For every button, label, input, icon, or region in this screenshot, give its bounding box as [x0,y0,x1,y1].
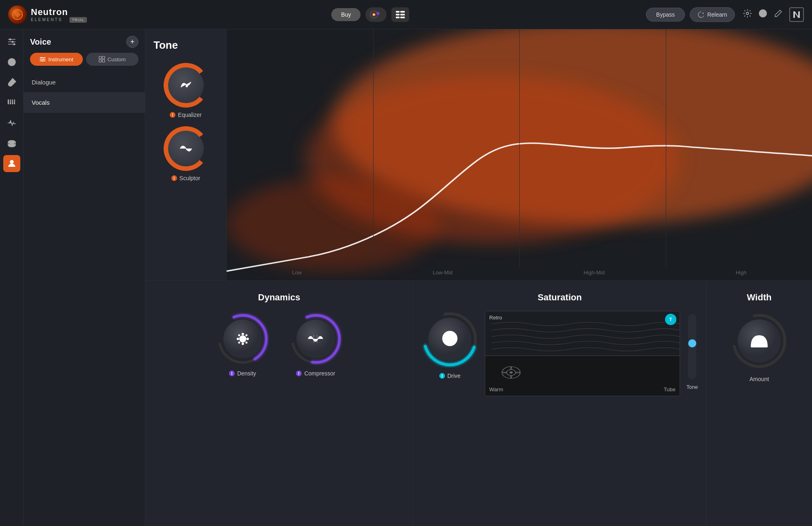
equalizer-label: Equalizer [170,112,201,118]
eq-grid-line-1 [373,29,374,268]
amount-label-text: Amount [749,376,769,382]
sat-type-abbr: T [669,317,672,322]
instrument-item-vocals[interactable]: Vocals [24,93,145,113]
sidebar-item-drums[interactable] [3,135,20,152]
custom-tab[interactable]: Custom [86,53,139,66]
svg-point-81 [448,337,451,340]
drive-indicator [439,373,445,379]
svg-point-49 [186,85,188,87]
svg-rect-27 [8,99,9,104]
custom-tab-label: Custom [108,56,126,63]
eq-label-high: High [736,269,747,276]
tone-slider[interactable] [688,314,696,379]
svg-point-63 [237,338,239,340]
equalizer-knob-container: Equalizer [164,63,208,118]
eq-label-lowmid: Low-Mid [433,269,453,276]
density-knob-wrap: Density [216,313,269,377]
right-area: Tone [145,29,812,526]
toggle-row: Instrument Custom [24,53,145,72]
sculptor-knob[interactable] [154,117,217,180]
instrument-tab-label: Instrument [48,56,73,63]
saturation-type-display[interactable]: Retro T [485,311,680,396]
instrument-tab[interactable]: Instrument [30,53,83,66]
sidebar-item-guitar[interactable] [3,74,20,91]
density-indicator [229,371,235,376]
saturation-display: Retro T [485,311,680,396]
drive-knob-area: Drive [421,311,478,379]
density-knob-icon [235,331,251,347]
eq-grid-line-3 [666,29,666,268]
topbar-icon-group: ? [743,7,804,22]
svg-point-26 [10,82,12,84]
svg-point-40 [41,57,42,58]
svg-point-38 [10,160,13,164]
logo-text: Neutron ELEMENTS TRIAL [31,7,87,22]
svg-point-18 [9,39,11,41]
svg-point-67 [238,342,240,344]
svg-point-61 [242,333,244,335]
svg-point-6 [373,14,375,15]
relearn-button[interactable]: Relearn [690,7,735,22]
sidebar-item-voice[interactable] [3,155,20,172]
svg-point-65 [238,334,240,336]
width-knob-icon [749,332,769,349]
svg-rect-12 [396,17,400,18]
logo-area: Neutron ELEMENTS TRIAL [8,5,87,24]
equalizer-knob-inner [168,67,204,103]
app-name: Neutron [31,7,87,17]
bypass-button[interactable]: Bypass [646,8,685,22]
svg-point-37 [8,144,15,147]
equalizer-knob[interactable] [154,54,217,117]
equalizer-label-text: Equalizer [178,112,201,118]
topbar-center: Buy [102,7,639,22]
svg-rect-48 [102,60,105,62]
grid-view-button[interactable] [391,7,409,22]
svg-rect-13 [400,17,405,18]
compressor-indicator [296,371,302,376]
panel-header: Voice + [24,29,145,53]
tone-slider-thumb[interactable] [688,339,696,347]
svg-rect-45 [99,56,102,59]
instrument-list: Dialogue Vocals [24,72,145,526]
help-button[interactable]: ? [758,9,767,20]
dynamics-knobs-row: Density [216,313,342,377]
buy-button[interactable]: Buy [331,8,361,21]
svg-point-56 [227,178,439,271]
saturation-title: Saturation [421,292,698,303]
sidebar-item-sculptor[interactable] [3,54,20,71]
compressor-label-text: Compressor [304,370,335,377]
logo-sphere-button[interactable] [365,7,387,22]
sidebar-item-equalizer[interactable] [3,33,20,50]
sculptor-indicator [171,175,177,181]
svg-point-25 [11,61,13,63]
svg-point-7 [376,12,380,15]
pencil-button[interactable] [774,9,783,20]
tone-title: Tone [153,39,178,52]
svg-point-14 [746,12,749,15]
tone-slider-label: Tone [687,384,698,390]
svg-rect-31 [9,99,10,103]
sidebar [0,29,24,526]
instrument-item-dialogue[interactable]: Dialogue [24,72,145,93]
eq-display: Low Low-Mid High-Mid High [227,29,812,280]
svg-point-64 [246,338,249,340]
svg-point-88 [510,372,512,373]
topbar-right: Bypass Relearn ? [646,7,804,22]
svg-point-20 [11,41,13,43]
settings-button[interactable] [743,9,752,20]
svg-point-60 [240,336,246,342]
sidebar-item-piano[interactable] [3,94,20,111]
compressor-knob-icon [307,332,324,345]
svg-rect-32 [11,99,12,103]
logo-icon [8,5,27,24]
svg-rect-8 [396,11,400,13]
svg-point-62 [242,343,244,345]
sidebar-item-transient[interactable] [3,114,20,132]
panel-title: Voice [30,37,51,47]
sat-type-indicator: T [665,314,676,325]
eq-labels: Low Low-Mid High-Mid High [227,269,812,276]
add-button[interactable]: + [126,36,138,48]
svg-rect-11 [400,14,405,15]
sat-waves-svg [485,311,680,396]
sculptor-knob-inner [168,131,204,166]
